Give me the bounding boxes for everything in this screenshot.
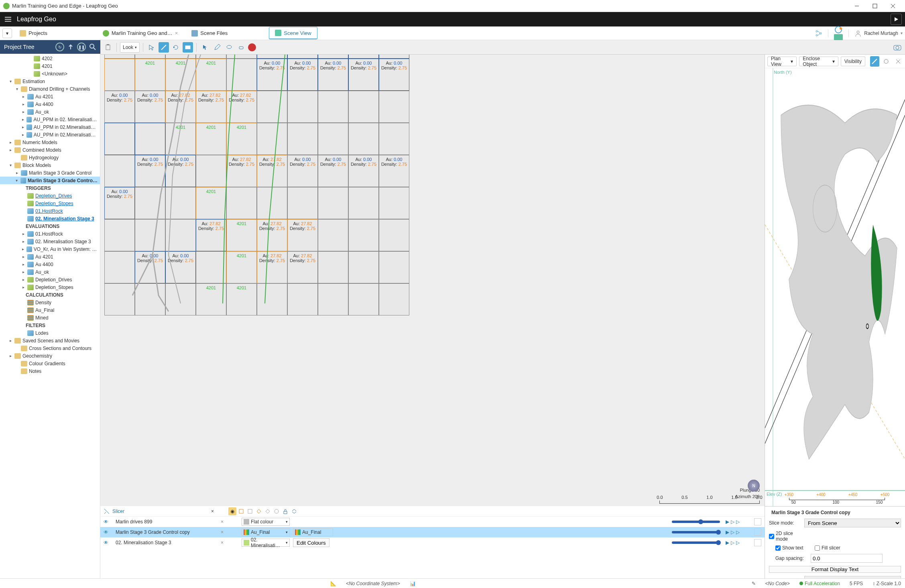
clipboard-icon[interactable] <box>103 42 113 53</box>
user-menu[interactable]: Rachel Murtagh ▾ <box>854 30 903 37</box>
play-icon[interactable]: ▶ <box>726 540 729 545</box>
edit-colours-button[interactable]: Edit Colours <box>293 538 329 547</box>
tree-item[interactable]: ▸Depletion_Stopes <box>0 283 100 291</box>
tree-item[interactable]: ▸02. Mineralisation Stage 3 <box>0 238 100 245</box>
record-icon[interactable] <box>248 43 256 51</box>
tree-item[interactable]: FILTERS <box>0 321 100 329</box>
pencil-icon[interactable] <box>212 42 222 53</box>
row-close-icon[interactable]: × <box>221 519 227 525</box>
visibility-eye-icon[interactable]: 👁 <box>104 529 110 535</box>
axes-icon[interactable]: 📊 <box>410 581 416 586</box>
refresh-icon[interactable]: ↻ <box>55 43 64 51</box>
tree-item[interactable]: 4201 <box>0 62 100 70</box>
eraser-icon[interactable] <box>236 42 246 53</box>
step-icon[interactable]: ▷ <box>731 529 734 535</box>
vis-mode-2[interactable] <box>237 507 245 515</box>
tab-document[interactable]: Marlin Training Geo and… × <box>97 27 184 39</box>
tree-item[interactable]: 4202 <box>0 55 100 62</box>
look-select[interactable]: Look ▾ <box>120 42 140 53</box>
mini-tool-2[interactable] <box>882 56 891 67</box>
tree-item[interactable]: ▸AU_PPM in 02.Mineralisation: 4400 <box>0 123 100 131</box>
format-text-button[interactable]: Format Display Text <box>769 566 901 573</box>
hamburger-icon[interactable] <box>3 14 13 24</box>
slice-mode-select[interactable]: From Scene <box>804 519 901 527</box>
vis-mode-5[interactable] <box>264 507 272 515</box>
tab-scene-files[interactable]: Scene Files <box>185 27 234 39</box>
play-button[interactable] <box>891 14 902 25</box>
shape-row[interactable]: 👁Marlin Stage 3 Grade Control copy×Au_Fi… <box>100 527 765 537</box>
show-text-checkbox[interactable] <box>775 545 781 551</box>
row-close-icon[interactable]: × <box>221 529 227 535</box>
skip-icon[interactable]: ▷ <box>736 540 740 545</box>
tree-item[interactable]: Depletion_Drives <box>0 192 100 199</box>
ruler-icon[interactable] <box>159 42 169 53</box>
pause-icon[interactable]: ❚❚ <box>77 43 86 51</box>
tree-item[interactable]: ▸Au_ok <box>0 268 100 276</box>
visibility-eye-icon[interactable]: 👁 <box>104 540 110 545</box>
close-button[interactable] <box>884 0 902 12</box>
main-viewport[interactable]: 420142014201Au: 0.00Density: 2.75Au: 0.0… <box>100 55 765 506</box>
colour-select[interactable]: Flat colour▾ <box>242 518 290 526</box>
tree-item[interactable]: ▾Estimation <box>0 77 100 85</box>
tree-item[interactable]: ▸Numeric Models <box>0 138 100 146</box>
play-icon[interactable]: ▶ <box>726 529 729 535</box>
arrow-up-icon[interactable] <box>67 44 74 50</box>
tree-item[interactable]: ▸Au 4400 <box>0 260 100 268</box>
skip-icon[interactable]: ▷ <box>736 519 740 525</box>
tree-item[interactable]: ▾Diamond Drilling + Channels <box>0 85 100 93</box>
tree-item[interactable]: 02. Mineralisation Stage 3 <box>0 215 100 222</box>
tab-scene-view[interactable]: Scene View <box>269 27 317 39</box>
tree-item[interactable]: Mined <box>0 314 100 321</box>
central-icon[interactable] <box>835 26 842 33</box>
colour-select[interactable]: Au_Final▾ <box>242 528 290 536</box>
tree-item[interactable]: ▸Combined Models <box>0 146 100 154</box>
camera-icon[interactable] <box>892 42 903 53</box>
minimize-button[interactable] <box>848 0 866 12</box>
shape-row[interactable]: 👁02. Mineralisation Stage 3×02. Minerali… <box>100 537 765 548</box>
tree-item[interactable]: Density <box>0 299 100 306</box>
shape-row[interactable]: 👁Marlin drives 899×Flat colour▾▶ ▷ ▷ <box>100 517 765 527</box>
tree-item[interactable]: ▸01.HostRock <box>0 230 100 238</box>
select-icon[interactable] <box>200 42 210 53</box>
branch-icon[interactable] <box>815 30 822 37</box>
vis-mode-3[interactable] <box>246 507 254 515</box>
lasso-icon[interactable] <box>224 42 234 53</box>
tree-item[interactable]: ▸Au 4400 <box>0 100 100 108</box>
tree-item[interactable]: ▸Au 4201 <box>0 253 100 260</box>
tree-item[interactable]: ▸Au_ok <box>0 108 100 116</box>
tree-item[interactable]: CALCULATIONS <box>0 291 100 299</box>
plane-icon[interactable] <box>183 42 193 53</box>
tree-item[interactable]: ▸Saved Scenes and Movies <box>0 337 100 344</box>
tree-item[interactable]: EVALUATIONS <box>0 222 100 230</box>
tree-item[interactable]: Cross Sections and Contours <box>0 344 100 352</box>
tree-item[interactable]: ▸AU_PPM in 02. Mineralisation: 4201 <box>0 116 100 123</box>
coord-icon[interactable]: 📐 <box>330 581 336 586</box>
legend-select[interactable]: Au_Final <box>293 528 333 536</box>
vis-mode-1[interactable]: ◉ <box>228 507 236 515</box>
vis-mode-4[interactable] <box>255 507 263 515</box>
tree-item[interactable]: ▸Depletion_Drives <box>0 276 100 283</box>
row-close-icon[interactable]: × <box>221 540 227 545</box>
tree-item[interactable]: Notes <box>0 367 100 375</box>
tab-projects[interactable]: Projects <box>14 27 53 39</box>
tree-item[interactable]: Hydrogeology <box>0 154 100 161</box>
tree-item[interactable]: ▸Marlin Stage 3 Grade Control <box>0 169 100 177</box>
tree-item[interactable]: <Unknown> <box>0 70 100 77</box>
tree-item[interactable]: ▸AU_PPM in 02.Mineralisation: 4501 <box>0 131 100 138</box>
opacity-slider[interactable] <box>672 541 720 544</box>
tree-item[interactable]: Lodes <box>0 329 100 337</box>
expand-icon[interactable] <box>290 507 298 515</box>
tree-item[interactable]: ▸Geochemistry <box>0 352 100 360</box>
plan-view-select[interactable]: Plan View ▾ <box>767 57 797 66</box>
tree-item[interactable]: ▾Marlin Stage 3 Grade Control copy <box>0 177 100 184</box>
play-icon[interactable]: ▶ <box>726 519 729 525</box>
mini-tool-1[interactable] <box>870 56 879 67</box>
tree-item[interactable]: 01.HostRock <box>0 207 100 215</box>
visibility-eye-icon[interactable]: 👁 <box>104 519 110 525</box>
2d-slice-checkbox[interactable] <box>769 534 774 539</box>
mini-viewport[interactable]: North (Y) Elev (Z) +350+400+450+500 5010… <box>765 68 905 506</box>
cursor-icon[interactable] <box>146 42 157 53</box>
tabs-dropdown[interactable]: ▾ <box>2 28 12 38</box>
fill-slicer-checkbox[interactable] <box>815 545 820 551</box>
grid-options-icon[interactable] <box>754 529 761 536</box>
